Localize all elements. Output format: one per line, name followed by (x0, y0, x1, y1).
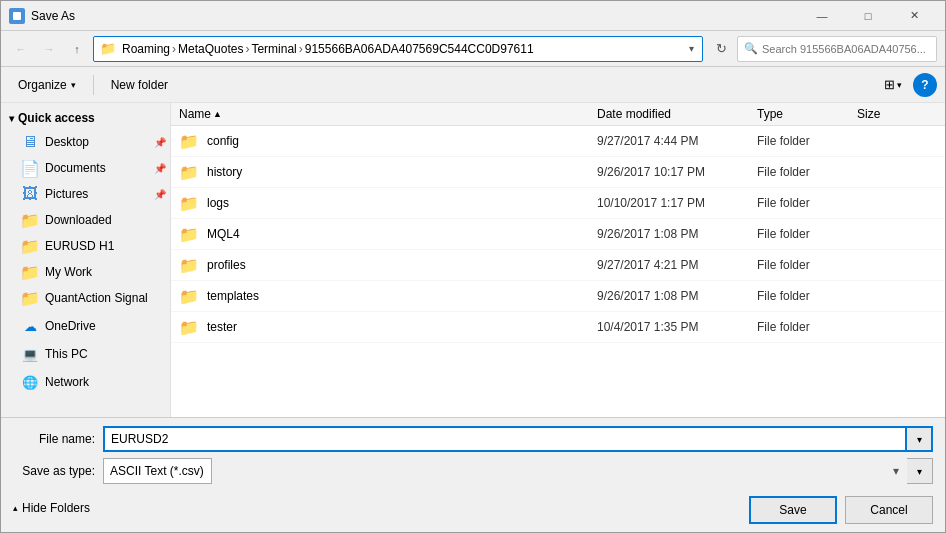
sidebar-item-this-pc[interactable]: 💻 This PC (1, 341, 170, 367)
table-row[interactable]: 📁 profiles 9/27/2017 4:21 PM File folder (171, 250, 945, 281)
network-section: 🌐 Network (1, 369, 170, 395)
close-button[interactable]: ✕ (891, 1, 937, 31)
file-date-cell: 9/27/2017 4:44 PM (597, 134, 757, 148)
table-row[interactable]: 📁 templates 9/26/2017 1:08 PM File folde… (171, 281, 945, 312)
new-folder-button[interactable]: New folder (102, 73, 177, 97)
col-header-date[interactable]: Date modified (597, 107, 757, 121)
file-type-cell: File folder (757, 227, 857, 241)
organize-chevron-icon: ▾ (71, 80, 76, 90)
sidebar-item-downloaded[interactable]: 📁 Downloaded (1, 207, 170, 233)
network-icon: 🌐 (21, 373, 39, 391)
downloaded-folder-icon: 📁 (21, 211, 39, 229)
search-input[interactable] (762, 43, 930, 55)
path-roaming: Roaming (122, 42, 170, 56)
col-header-name[interactable]: Name ▲ (179, 107, 597, 121)
path-dropdown-button[interactable]: ▾ (687, 43, 696, 54)
path-items: 📁 Roaming › MetaQuotes › Terminal › 9155… (100, 41, 687, 56)
window-controls: ― □ ✕ (799, 1, 937, 31)
new-folder-label: New folder (111, 78, 168, 92)
file-name-cell: MQL4 (207, 227, 597, 241)
toolbar: Organize ▾ New folder ⊞ ▾ ? (1, 67, 945, 103)
col-header-size[interactable]: Size (857, 107, 937, 121)
file-name-cell: profiles (207, 258, 597, 272)
file-name-cell: tester (207, 320, 597, 334)
table-row[interactable]: 📁 history 9/26/2017 10:17 PM File folder (171, 157, 945, 188)
sidebar-item-quantaction-signal[interactable]: 📁 QuantAction Signal (1, 285, 170, 311)
file-type-cell: File folder (757, 134, 857, 148)
maximize-button[interactable]: □ (845, 1, 891, 31)
file-name-cell: templates (207, 289, 597, 303)
bottom-actions: Save Cancel (749, 496, 933, 524)
this-pc-section: 💻 This PC (1, 341, 170, 367)
sidebar-item-network[interactable]: 🌐 Network (1, 369, 170, 395)
table-row[interactable]: 📁 config 9/27/2017 4:44 PM File folder (171, 126, 945, 157)
minimize-button[interactable]: ― (799, 1, 845, 31)
quick-access-chevron-icon: ▾ (9, 113, 14, 124)
my-work-folder-icon: 📁 (21, 263, 39, 281)
hide-folders-button[interactable]: ▴ Hide Folders (13, 501, 90, 515)
file-date-cell: 10/4/2017 1:35 PM (597, 320, 757, 334)
onedrive-icon: ☁ (21, 317, 39, 335)
sidebar-item-desktop[interactable]: 🖥 Desktop 📌 (1, 129, 170, 155)
view-grid-icon: ⊞ (884, 77, 895, 92)
hide-folders-chevron-icon: ▴ (13, 503, 18, 513)
file-type-cell: File folder (757, 258, 857, 272)
sidebar-item-onedrive[interactable]: ☁ OneDrive (1, 313, 170, 339)
save-as-type-select[interactable]: ASCII Text (*.csv) (103, 458, 212, 484)
up-button[interactable]: ↑ (65, 37, 89, 61)
organize-label: Organize (18, 78, 67, 92)
table-row[interactable]: 📁 MQL4 9/26/2017 1:08 PM File folder (171, 219, 945, 250)
file-type-cell: File folder (757, 165, 857, 179)
save-as-type-label: Save as type: (13, 464, 103, 478)
view-options-button[interactable]: ⊞ ▾ (877, 73, 909, 96)
table-row[interactable]: 📁 logs 10/10/2017 1:17 PM File folder (171, 188, 945, 219)
file-type-cell: File folder (757, 196, 857, 210)
file-name-cell: config (207, 134, 597, 148)
cancel-button[interactable]: Cancel (845, 496, 933, 524)
table-row[interactable]: 📁 tester 10/4/2017 1:35 PM File folder (171, 312, 945, 343)
file-name-row: File name: ▾ (13, 426, 933, 452)
sidebar-item-pictures[interactable]: 🖼 Pictures 📌 (1, 181, 170, 207)
toolbar-separator (93, 75, 94, 95)
sidebar-item-my-work[interactable]: 📁 My Work (1, 259, 170, 285)
organize-button[interactable]: Organize ▾ (9, 73, 85, 97)
sidebar-item-quantaction-label: QuantAction Signal (45, 291, 148, 305)
window-icon (9, 8, 25, 24)
address-path[interactable]: 📁 Roaming › MetaQuotes › Terminal › 9155… (93, 36, 703, 62)
sidebar-item-network-label: Network (45, 375, 89, 389)
back-button[interactable]: ← (9, 37, 33, 61)
file-date-cell: 10/10/2017 1:17 PM (597, 196, 757, 210)
file-name-dropdown-button[interactable]: ▾ (907, 426, 933, 452)
refresh-button[interactable]: ↻ (709, 37, 733, 61)
eurusd-folder-icon: 📁 (21, 237, 39, 255)
sidebar-item-documents[interactable]: 📄 Documents 📌 (1, 155, 170, 181)
file-name-cell: history (207, 165, 597, 179)
file-name-input[interactable] (103, 426, 907, 452)
help-button[interactable]: ? (913, 73, 937, 97)
pin-icon: 📌 (154, 137, 166, 148)
window-title: Save As (31, 9, 799, 23)
folder-icon-small: 📁 (100, 41, 116, 56)
quick-access-label: Quick access (18, 111, 95, 125)
title-bar: Save As ― □ ✕ (1, 1, 945, 31)
quantaction-folder-icon: 📁 (21, 289, 39, 307)
sidebar-item-eurusd-label: EURUSD H1 (45, 239, 114, 253)
save-as-type-wrapper: ASCII Text (*.csv) (103, 458, 907, 484)
svg-rect-1 (13, 12, 21, 20)
sidebar-item-eurusd-h1[interactable]: 📁 EURUSD H1 (1, 233, 170, 259)
bottom-panel: File name: ▾ Save as type: ASCII Text (*… (1, 417, 945, 532)
save-as-type-row: Save as type: ASCII Text (*.csv) ▾ (13, 458, 933, 484)
forward-button[interactable]: → (37, 37, 61, 61)
cancel-label: Cancel (870, 503, 907, 517)
col-header-type[interactable]: Type (757, 107, 857, 121)
quick-access-header[interactable]: ▾ Quick access (1, 107, 170, 129)
desktop-folder-icon: 🖥 (21, 133, 39, 151)
file-name-cell: logs (207, 196, 597, 210)
sidebar-item-this-pc-label: This PC (45, 347, 88, 361)
save-button[interactable]: Save (749, 496, 837, 524)
save-as-type-dropdown-button[interactable]: ▾ (907, 458, 933, 484)
address-bar: ← → ↑ 📁 Roaming › MetaQuotes › Terminal … (1, 31, 945, 67)
sidebar-item-onedrive-label: OneDrive (45, 319, 96, 333)
pin-icon-pictures: 📌 (154, 189, 166, 200)
toolbar-right: ⊞ ▾ ? (877, 73, 937, 97)
